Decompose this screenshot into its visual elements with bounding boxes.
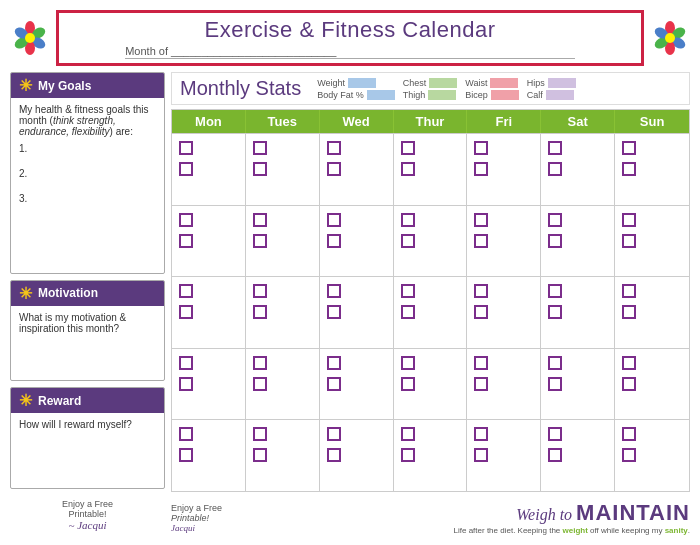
goals-title: My Goals xyxy=(38,79,91,93)
calendar-checkbox[interactable] xyxy=(253,213,267,227)
calendar-checkbox[interactable] xyxy=(327,356,341,370)
calendar-checkbox[interactable] xyxy=(253,356,267,370)
calendar-checkbox[interactable] xyxy=(474,284,488,298)
calendar-checkbox[interactable] xyxy=(179,377,193,391)
calendar-checkbox[interactable] xyxy=(401,141,415,155)
calendar-checkbox[interactable] xyxy=(622,377,636,391)
calendar-checkbox[interactable] xyxy=(253,377,267,391)
calendar-checkbox[interactable] xyxy=(401,305,415,319)
calendar-checkbox[interactable] xyxy=(179,162,193,176)
calendar-checkbox[interactable] xyxy=(622,427,636,441)
calendar-checkbox[interactable] xyxy=(401,427,415,441)
stat-item-calf: Calf xyxy=(527,90,576,100)
calendar-checkbox[interactable] xyxy=(401,284,415,298)
cal-header-sat: Sat xyxy=(541,110,615,133)
calendar-checkbox[interactable] xyxy=(474,356,488,370)
calendar-checkbox[interactable] xyxy=(253,162,267,176)
calendar-checkbox[interactable] xyxy=(401,356,415,370)
calendar-checkbox[interactable] xyxy=(253,234,267,248)
calendar-checkbox[interactable] xyxy=(474,377,488,391)
signature: ~ Jacqui xyxy=(10,519,165,531)
calendar-checkbox[interactable] xyxy=(253,141,267,155)
calendar-checkbox[interactable] xyxy=(548,141,562,155)
stat-color-box-bicep xyxy=(491,90,519,100)
calendar-checkbox[interactable] xyxy=(179,284,193,298)
cal-cell xyxy=(541,277,615,348)
reward-title: Reward xyxy=(38,394,81,408)
calendar-checkbox[interactable] xyxy=(179,448,193,462)
calendar-checkbox[interactable] xyxy=(474,213,488,227)
calendar-checkbox[interactable] xyxy=(548,213,562,227)
calendar-checkbox[interactable] xyxy=(474,234,488,248)
calendar-checkbox[interactable] xyxy=(548,377,562,391)
calendar-checkbox[interactable] xyxy=(622,234,636,248)
main-content: Monthly Stats WeightChestWaistHipsBody F… xyxy=(171,72,690,535)
calendar-checkbox[interactable] xyxy=(179,141,193,155)
calendar-checkbox[interactable] xyxy=(622,356,636,370)
reward-asterisk-icon: ✳ xyxy=(19,391,32,410)
stat-color-box-bodyfat% xyxy=(367,90,395,100)
calendar-checkbox[interactable] xyxy=(179,234,193,248)
cal-cell xyxy=(615,349,689,420)
calendar-checkbox[interactable] xyxy=(327,284,341,298)
goals-text: My health & fitness goals this month (th… xyxy=(19,104,156,137)
calendar-checkbox[interactable] xyxy=(327,141,341,155)
calendar-checkbox[interactable] xyxy=(622,141,636,155)
calendar-checkbox[interactable] xyxy=(401,377,415,391)
calendar-checkbox[interactable] xyxy=(327,162,341,176)
calendar-checkbox[interactable] xyxy=(622,213,636,227)
calendar-checkbox[interactable] xyxy=(548,284,562,298)
cal-cell xyxy=(467,420,541,491)
calendar-checkbox[interactable] xyxy=(474,162,488,176)
calendar-checkbox[interactable] xyxy=(548,162,562,176)
calendar-checkbox[interactable] xyxy=(548,305,562,319)
calendar-checkbox[interactable] xyxy=(548,427,562,441)
stat-color-box-chest xyxy=(429,78,457,88)
calendar-checkbox[interactable] xyxy=(179,213,193,227)
calendar-checkbox[interactable] xyxy=(253,448,267,462)
calendar-checkbox[interactable] xyxy=(474,427,488,441)
calendar-checkbox[interactable] xyxy=(179,356,193,370)
calendar-checkbox[interactable] xyxy=(179,305,193,319)
calendar-checkbox[interactable] xyxy=(401,448,415,462)
calendar-checkbox[interactable] xyxy=(548,448,562,462)
calendar-checkbox[interactable] xyxy=(327,234,341,248)
motivation-section: ✳ Motivation What is my motivation & ins… xyxy=(10,280,165,382)
calendar-checkbox[interactable] xyxy=(253,427,267,441)
calendar-checkbox[interactable] xyxy=(548,234,562,248)
calendar-checkbox[interactable] xyxy=(548,356,562,370)
cal-cell xyxy=(541,134,615,205)
calendar-checkbox[interactable] xyxy=(253,284,267,298)
calendar-checkbox[interactable] xyxy=(401,162,415,176)
calendar-checkbox[interactable] xyxy=(327,305,341,319)
stats-bar: Monthly Stats WeightChestWaistHipsBody F… xyxy=(171,72,690,105)
cal-header-wed: Wed xyxy=(320,110,394,133)
stat-item-hips: Hips xyxy=(527,78,576,88)
calendar-checkbox[interactable] xyxy=(327,448,341,462)
calendar-checkbox[interactable] xyxy=(474,305,488,319)
calendar-checkbox[interactable] xyxy=(327,213,341,227)
calendar-checkbox[interactable] xyxy=(622,448,636,462)
calendar-checkbox[interactable] xyxy=(474,448,488,462)
stats-grid: WeightChestWaistHipsBody Fat %ThighBicep… xyxy=(317,78,576,100)
calendar-checkbox[interactable] xyxy=(401,234,415,248)
calendar-checkbox[interactable] xyxy=(327,427,341,441)
calendar: MonTuesWedThurFriSatSun xyxy=(171,109,690,492)
brand-right: Weigh to MAINTAIN Life after the diet. K… xyxy=(454,500,690,535)
calendar-checkbox[interactable] xyxy=(401,213,415,227)
calendar-checkbox[interactable] xyxy=(474,141,488,155)
calendar-checkbox[interactable] xyxy=(622,162,636,176)
calendar-checkbox[interactable] xyxy=(179,427,193,441)
cal-header-tues: Tues xyxy=(246,110,320,133)
stat-color-box-weight xyxy=(348,78,376,88)
brand-signature: Jacqui xyxy=(171,523,222,533)
left-flower-icon xyxy=(10,18,50,58)
cal-cell xyxy=(246,349,320,420)
cal-cell xyxy=(467,206,541,277)
brand-tagline: Life after the diet. Keeping the weight … xyxy=(454,526,690,535)
calendar-checkbox[interactable] xyxy=(327,377,341,391)
calendar-checkbox[interactable] xyxy=(622,305,636,319)
calendar-checkbox[interactable] xyxy=(253,305,267,319)
calendar-checkbox[interactable] xyxy=(622,284,636,298)
goals-header: ✳ My Goals xyxy=(11,73,164,98)
